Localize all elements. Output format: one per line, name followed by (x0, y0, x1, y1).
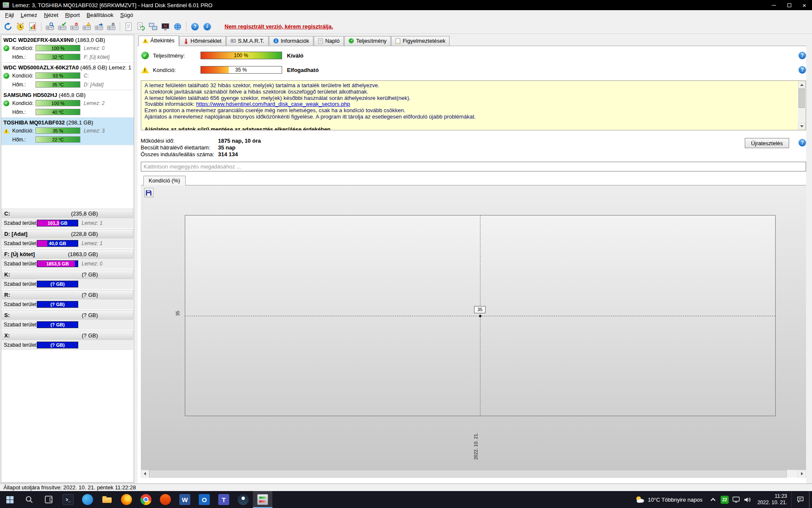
info-icon (203, 23, 211, 30)
help-button[interactable] (189, 21, 201, 33)
toolbar: Nem regisztrált verzió, kérem regisztrál… (0, 19, 812, 34)
disk-alert-button[interactable] (81, 21, 93, 33)
disk-item-wd5000[interactable]: WDC WD5000AZLX-60K2TA0 (465,8 GB) Lemez:… (1, 63, 134, 90)
scrollbar-thumb[interactable] (149, 470, 787, 478)
network-computers-button[interactable] (147, 21, 159, 33)
data-point-marker (479, 315, 481, 317)
world-button[interactable] (172, 21, 184, 33)
message-scrollbar[interactable] (798, 81, 805, 130)
help-icon[interactable] (798, 66, 806, 74)
tray-volume-button[interactable] (742, 491, 753, 508)
taskbar-edge-button[interactable] (78, 491, 97, 508)
tray-hdsentinel-temp[interactable]: 22 (719, 491, 730, 508)
tab-attekintes[interactable]: Áttekintés (138, 36, 179, 46)
taskbar-chrome-button[interactable] (136, 491, 156, 508)
scroll-right-button[interactable] (798, 470, 806, 478)
partition-item-s[interactable]: S:(? GB) Szabad terület (? GB) (2, 310, 133, 330)
disk-list: WDC WD20EFRX-68AX9N0 (1863,0 GB) Kondíci… (1, 35, 134, 483)
taskbar-firefox-button[interactable] (117, 491, 136, 508)
disk-condition-row: Kondíció: 100 % Lemez: 0 (1, 44, 134, 52)
help-icon[interactable] (798, 52, 806, 59)
show-desktop-button[interactable] (809, 491, 812, 508)
disk-copy-button[interactable] (93, 21, 105, 33)
refresh-button[interactable] (2, 21, 14, 33)
action-center-button[interactable] (791, 491, 809, 508)
taskbar-cmd-button[interactable] (58, 491, 78, 508)
taskbar-file-explorer-button[interactable] (97, 491, 117, 508)
partition-item-f[interactable]: F: [Új kötet](1863,0 GB) Szabad terület … (2, 249, 133, 269)
scroll-left-button[interactable] (141, 470, 149, 478)
disk-item-wd20efrx[interactable]: WDC WD20EFRX-68AX9N0 (1863,0 GB) Kondíci… (1, 35, 134, 63)
taskbar-teams-button[interactable] (214, 491, 233, 508)
task-view-button[interactable] (39, 491, 58, 508)
taskbar-steam-button[interactable] (233, 491, 253, 508)
document-button[interactable] (123, 21, 134, 33)
warning-icon (143, 38, 148, 43)
disk-test-button[interactable] (56, 21, 68, 33)
start-button[interactable] (0, 491, 19, 508)
close-icon: × (803, 2, 807, 8)
condition-value: 100 % (51, 101, 64, 106)
disk-item-samsung[interactable]: SAMSUNG HD502HJ (465,8 GB) Kondíció: 100… (1, 90, 134, 118)
chart-scrollbar[interactable] (141, 469, 806, 478)
disk-search-button[interactable] (44, 21, 56, 33)
remote-monitor-button[interactable] (159, 21, 171, 33)
info-button[interactable] (201, 21, 213, 33)
disk-settings-button[interactable] (105, 21, 117, 33)
menu-lemez[interactable]: Lemez (17, 11, 41, 19)
scrollbar-thumb[interactable] (798, 88, 805, 108)
menu-fajl[interactable]: Fájl (2, 11, 17, 19)
hidden-icons-button[interactable] (708, 491, 719, 508)
partition-item-d[interactable]: D: [Adat](228,8 GB) Szabad terület 40,0 … (2, 229, 133, 248)
partition-item-c[interactable]: C:(235,8 GB) Szabad terület 101,3 GB Lem… (2, 209, 133, 228)
scroll-up-button[interactable] (798, 81, 805, 88)
taskbar-clock[interactable]: 11:23 2022. 10. 21. (753, 491, 791, 508)
taskbar-word-button[interactable] (175, 491, 195, 508)
disk-remove-button[interactable] (69, 21, 80, 33)
free-space-label: Szabad terület (4, 342, 37, 348)
partition-free-row: Szabad terület 40,0 GB Lemez: 1 (2, 238, 133, 248)
tray-display-button[interactable] (730, 491, 742, 508)
weak-sectors-link[interactable]: https://www.hdsentinel.com/hard_disk_cas… (196, 101, 350, 107)
save-chart-button[interactable] (144, 188, 154, 197)
free-space-bar: (? GB) (37, 342, 78, 348)
report-button[interactable] (27, 21, 38, 33)
partition-item-x[interactable]: X:(? GB) Szabad terület (? GB) (2, 331, 133, 350)
retest-button[interactable]: Újratesztelés (745, 138, 789, 148)
partition-item-k[interactable]: K:(? GB) Szabad terület (? GB) (2, 270, 133, 289)
taskbar-outlook-button[interactable] (195, 491, 214, 508)
menu-nezet[interactable]: Nézet (41, 11, 62, 19)
register-link[interactable]: Nem regisztrált verzió, kérem regisztrál… (225, 23, 333, 30)
tab-smart[interactable]: S.M.A.R.T. (226, 36, 269, 46)
taskbar-hdsentinel-button[interactable] (253, 491, 272, 508)
disk-header: WDC WD20EFRX-68AX9N0 (1863,0 GB) (1, 36, 134, 44)
save-icon (145, 190, 152, 196)
tab-figyelmeztetesek[interactable]: Figyelmeztetések (391, 36, 450, 46)
partition-capacity: (? GB) (82, 312, 98, 318)
taskbar-brave-button[interactable] (156, 491, 175, 508)
menu-beallitasok[interactable]: Beállítások (83, 11, 117, 19)
disk-search-icon (45, 22, 55, 31)
close-button[interactable]: × (797, 0, 812, 10)
condition-history-chart: 35 35 2022. 10. 21. (141, 185, 806, 478)
partition-item-r[interactable]: R:(? GB) Szabad terület (? GB) (2, 290, 133, 309)
free-space-bar: 1853,5 GB (37, 260, 78, 267)
maximize-button[interactable] (782, 0, 797, 10)
comment-input[interactable] (141, 162, 806, 171)
weather-widget[interactable]: 10°C Többnyire napos (630, 491, 708, 508)
search-button[interactable] (19, 491, 39, 508)
menu-sugo[interactable]: Súgó (117, 11, 136, 19)
chart-tab-kondicio[interactable]: Kondíció (%) (143, 176, 186, 185)
scroll-down-button[interactable] (798, 123, 805, 130)
minimize-button[interactable] (766, 0, 782, 10)
help-icon[interactable] (798, 139, 806, 146)
tab-homerseklet[interactable]: Hőmérséklet (179, 36, 226, 46)
tab-teljesitmeny[interactable]: Teljesítmény (344, 36, 391, 46)
menu-riport[interactable]: Riport (62, 11, 83, 19)
alarm-button[interactable] (14, 21, 26, 33)
tab-informaciok[interactable]: Információk (269, 36, 313, 46)
stat-label: Összes indulás/leállás száma: (141, 151, 218, 157)
tab-naplo[interactable]: Napló (314, 36, 344, 46)
disk-item-toshiba-selected[interactable]: TOSHIBA MQ01ABF032 (298,1 GB) Kondíció: … (1, 118, 134, 145)
document-refresh-button[interactable] (135, 21, 147, 33)
